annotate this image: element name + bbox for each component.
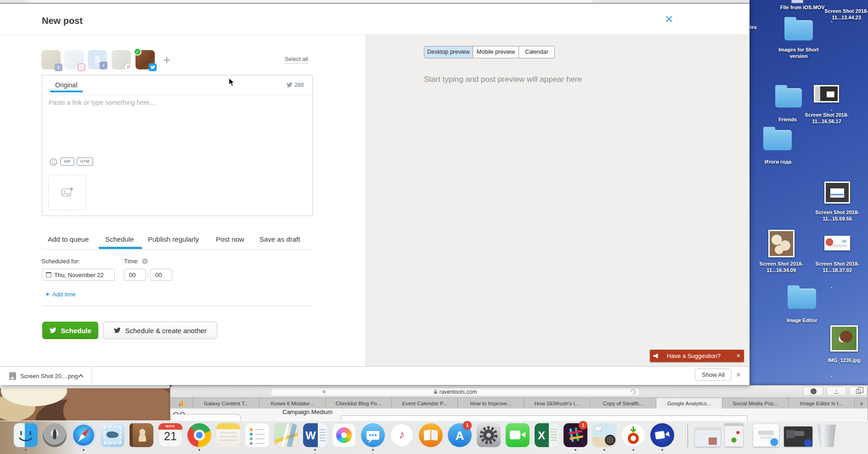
desktop-file-label[interactable]: Screen Shot 2018-11...16.56.17 [799, 112, 854, 125]
desktop-file-label[interactable]: Screen Shot 2018-11...18.37.02 [810, 261, 865, 274]
add-image-dropzone[interactable] [48, 175, 86, 210]
address-bar[interactable]: ≡ raventools.com [271, 387, 640, 396]
screenshot-thumbnail[interactable] [768, 230, 795, 257]
dock-video-editor-icon[interactable] [650, 423, 674, 447]
desktop-file-label[interactable]: Screen Shot 2018-11...15.59.56 [810, 209, 865, 222]
desktop-folder-label[interactable]: Images for Short version [771, 46, 826, 60]
dock-mail-icon[interactable] [101, 423, 124, 447]
background-photo [0, 388, 170, 420]
tab-save-as-draft[interactable]: Save as draft [259, 235, 300, 243]
screenshot-thumbnail[interactable] [824, 236, 850, 250]
gif-button[interactable]: GIF [60, 157, 74, 166]
browser-tab[interactable]: Event Calendar P... [392, 398, 458, 409]
utm-button[interactable]: UTM [77, 157, 93, 166]
browser-tab[interactable]: Image Editor in t... [789, 398, 855, 409]
dock-system-preferences-icon[interactable] [477, 423, 501, 447]
hour-input[interactable]: 00 [124, 269, 146, 281]
browser-tab-active[interactable]: Google Analytics... [656, 398, 722, 409]
browser-tab[interactable]: Копия 6 Mistake... [259, 398, 326, 409]
dock-ibooks-icon[interactable] [419, 423, 443, 447]
desktop-folder-label[interactable]: Image Editor [774, 317, 829, 323]
dock-calendar-icon[interactable]: NOV21 [158, 423, 182, 447]
tab-add-to-queue[interactable]: Add to queue [48, 235, 89, 243]
image-thumbnail[interactable] [830, 325, 858, 352]
dock-notes-icon[interactable] [216, 423, 240, 447]
folder-icon[interactable] [763, 130, 792, 150]
account-avatar-facebook[interactable]: f [41, 50, 61, 69]
suggestion-banner[interactable]: Have a Suggestion? × [650, 350, 744, 362]
folder-icon[interactable] [788, 289, 816, 309]
desktop-file-label[interactable]: Screen Shot 2018-11...16.34.09 [754, 261, 809, 274]
chrome-window: New post × f S f P ✓ + Select all Origin… [0, 0, 750, 385]
dock-word-icon[interactable]: W [303, 423, 327, 447]
analytics-favicon [179, 401, 186, 406]
folder-icon[interactable] [784, 20, 813, 40]
screenshot-thumbnail[interactable] [814, 85, 839, 102]
download-bar-close-button[interactable]: × [736, 370, 741, 380]
dock-excel-icon[interactable]: X [535, 423, 558, 447]
date-input[interactable]: Thu, November 22 [42, 269, 115, 281]
char-counter: 280 [286, 82, 304, 88]
tab-original[interactable]: Original [55, 81, 77, 89]
desktop-folder-label[interactable]: Итоги года [750, 159, 806, 165]
chevron-up-icon[interactable] [78, 374, 83, 379]
tab-desktop-preview[interactable]: Desktop preview [424, 46, 473, 58]
dock-itunes-icon[interactable]: ♪ [390, 423, 414, 447]
browser-tab[interactable]: How SEMrush's I... [524, 398, 590, 409]
minimized-window-installer[interactable] [725, 423, 743, 447]
dock-finder-icon[interactable] [14, 423, 38, 447]
dock-office-installer-icon[interactable] [621, 423, 645, 447]
account-avatar-instagram[interactable] [64, 50, 84, 69]
browser-tab[interactable]: Copy of Stealth... [590, 398, 656, 409]
browser-tab[interactable]: Checklist Blog Po... [326, 398, 392, 409]
tab-analytics[interactable] [170, 398, 193, 409]
banner-close-button[interactable]: × [737, 352, 740, 359]
minimized-window-browser[interactable] [695, 427, 721, 447]
screenshot-thumbnail[interactable] [824, 182, 850, 204]
minimized-window-video-editor[interactable] [784, 426, 812, 447]
schedule-and-create-button[interactable]: Schedule & create another [103, 322, 217, 339]
account-avatar-pinterest[interactable]: P [112, 50, 131, 69]
add-account-button[interactable]: + [163, 53, 170, 68]
download-filename[interactable]: Screen Shot 20....png [20, 373, 78, 380]
tab-post-now[interactable]: Post now [216, 235, 244, 243]
add-time-link[interactable]: +Add time [45, 290, 76, 298]
select-all-link[interactable]: Select all [285, 56, 308, 63]
show-all-button[interactable]: Show All [695, 369, 732, 381]
info-icon[interactable]: i [142, 258, 148, 264]
word-letter: W [305, 429, 316, 442]
dock-contacts-icon[interactable] [130, 423, 153, 447]
dock-launchpad-icon[interactable] [43, 423, 67, 447]
minimized-window-message[interactable] [753, 424, 779, 447]
dock-messages-icon[interactable] [361, 423, 385, 447]
tab-calendar[interactable]: Calendar [519, 46, 554, 58]
running-indicator [603, 449, 605, 451]
desktop-file-label[interactable]: Screen Shot 2018-11...13.44.23 [819, 8, 868, 21]
appstore-letter: A [448, 429, 472, 443]
dock-safari-icon[interactable] [72, 423, 96, 447]
desktop-file-label[interactable]: IMG_1235.jpg [817, 357, 868, 363]
browser-tab[interactable]: How to Improve... [458, 398, 524, 409]
dock-maps-icon[interactable] [274, 423, 298, 447]
dock-facetime-icon[interactable] [506, 423, 530, 447]
new-tab-button[interactable]: + [855, 398, 868, 409]
mov-file-icon-partial[interactable] [791, 0, 803, 3]
composer-placeholder[interactable]: Paste a link or type something here... [49, 99, 155, 106]
dock-photos-icon[interactable] [332, 423, 356, 447]
browser-tab[interactable]: Galaxy Content T... [193, 398, 259, 409]
dock-reminders-icon[interactable] [245, 423, 269, 447]
tab-publish-regularly[interactable]: Publish regularly [148, 235, 199, 243]
emoji-button[interactable] [50, 158, 57, 168]
downloads-button[interactable]: ↓ [803, 386, 823, 396]
folder-icon[interactable] [775, 88, 802, 108]
schedule-button[interactable]: Schedule [42, 322, 98, 339]
browser-tab[interactable]: Social Media Pos... [722, 398, 789, 409]
share-button[interactable]: ↑ [826, 386, 846, 396]
tab-schedule[interactable]: Schedule [105, 235, 134, 243]
dock-chrome-icon[interactable] [187, 423, 211, 447]
minute-input[interactable]: 00 [150, 269, 172, 281]
tab-mobile-preview[interactable]: Mobile preview [473, 46, 519, 58]
dock-preview-icon[interactable] [592, 423, 616, 447]
duplicate-tab-button[interactable] [849, 386, 868, 396]
modal-close-button[interactable]: × [665, 12, 673, 26]
